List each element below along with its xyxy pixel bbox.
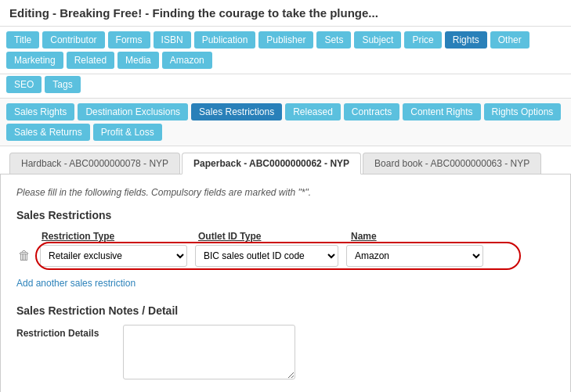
tabs-bar: Hardback - ABC0000000078 - NYP Paperback… — [0, 146, 571, 174]
sub-nav-content-rights[interactable]: Content Rights — [403, 103, 480, 120]
sales-restrictions-title: Sales Restrictions — [16, 209, 555, 221]
outlet-id-type-select[interactable]: BIC sales outlet ID code — [195, 245, 338, 267]
tab-board-book[interactable]: Board book - ABC0000000063 - NYP — [363, 153, 541, 174]
nav-sets[interactable]: Sets — [316, 31, 351, 49]
restriction-details-textarea[interactable] — [123, 325, 295, 379]
name-select[interactable]: Amazon — [346, 245, 483, 267]
nav-media[interactable]: Media — [117, 52, 159, 69]
delete-icon[interactable]: 🗑 — [16, 248, 32, 264]
nav-other[interactable]: Other — [490, 31, 529, 49]
sub-nav-sales-restrictions[interactable]: Sales Restrictions — [191, 103, 282, 120]
nav-seo[interactable]: SEO — [6, 76, 42, 93]
label-name: Name — [351, 231, 492, 242]
tab-hardback[interactable]: Hardback - ABC0000000078 - NYP — [9, 153, 180, 174]
instructions-text: Please fill in the following fields. Com… — [16, 187, 555, 198]
nav-price[interactable]: Price — [404, 31, 441, 49]
sub-nav-sales-returns[interactable]: Sales & Returns — [6, 124, 90, 141]
nav-forms[interactable]: Forms — [108, 31, 150, 49]
nav-isbn[interactable]: ISBN — [154, 31, 191, 49]
label-restriction-type: Restriction Type — [42, 231, 190, 242]
nav-rights[interactable]: Rights — [445, 31, 487, 49]
page-title: Editing - Breaking Free! - Finding the c… — [0, 0, 571, 27]
sub-nav-rights-options[interactable]: Rights Options — [484, 103, 562, 120]
content-area: Please fill in the following fields. Com… — [0, 174, 571, 392]
top-nav: Title Contributor Forms ISBN Publication… — [0, 27, 571, 74]
nav-amazon[interactable]: Amazon — [162, 52, 212, 69]
restriction-type-select[interactable]: Retailer exclusive — [40, 245, 187, 267]
nav-publisher[interactable]: Publisher — [258, 31, 313, 49]
field-labels-row: Restriction Type Outlet ID Type Name — [16, 231, 555, 242]
sub-nav-released[interactable]: Released — [285, 103, 341, 120]
nav-title[interactable]: Title — [6, 31, 39, 49]
top-nav-row2: SEO Tags — [0, 74, 571, 99]
restriction-details-label: Restriction Details — [16, 325, 110, 339]
nav-marketing[interactable]: Marketing — [6, 52, 63, 69]
sub-nav-destination-exclusions[interactable]: Destination Exclusions — [78, 103, 188, 120]
notes-title: Sales Restriction Notes / Detail — [16, 304, 555, 317]
sub-nav-profit-loss[interactable]: Profit & Loss — [93, 124, 162, 141]
tab-paperback[interactable]: Paperback - ABC0000000062 - NYP — [182, 153, 361, 174]
nav-related[interactable]: Related — [67, 52, 114, 69]
notes-section: Sales Restriction Notes / Detail Restric… — [16, 304, 555, 379]
nav-tags[interactable]: Tags — [45, 76, 80, 93]
sub-nav: Sales Rights Destination Exclusions Sale… — [0, 99, 571, 146]
nav-subject[interactable]: Subject — [354, 31, 401, 49]
nav-contributor[interactable]: Contributor — [42, 31, 104, 49]
nav-publication[interactable]: Publication — [194, 31, 256, 49]
add-restriction-link[interactable]: Add another sales restriction — [16, 278, 136, 289]
label-outlet-id-type: Outlet ID Type — [198, 231, 343, 242]
restriction-row: 🗑 Retailer exclusive BIC sales outlet ID… — [16, 245, 555, 267]
sub-nav-contracts[interactable]: Contracts — [344, 103, 399, 120]
sub-nav-sales-rights[interactable]: Sales Rights — [6, 103, 74, 120]
restriction-details-row: Restriction Details — [16, 325, 555, 379]
